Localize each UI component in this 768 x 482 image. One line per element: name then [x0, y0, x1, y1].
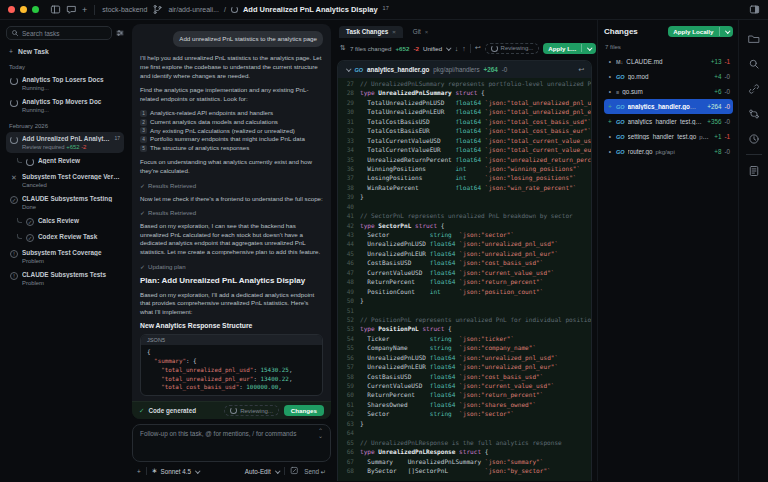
- line-number: 48: [338, 277, 360, 286]
- diff-tabbar: Task Changes×Git×: [337, 23, 592, 38]
- auto-edit-selector[interactable]: Auto-Edit: [245, 468, 279, 475]
- apply-locally-button[interactable]: Apply Locally: [668, 26, 733, 37]
- view-mode-selector[interactable]: Unified: [423, 45, 451, 52]
- task-status: Review required +652 -2: [22, 144, 120, 150]
- assistant-paragraph: Now let me check if there's a frontend t…: [140, 195, 323, 204]
- undo-icon[interactable]: ↩: [475, 44, 481, 52]
- task-item[interactable]: !CLAUDE Subsystems TestsProblem: [6, 268, 124, 289]
- list-item: 4Portfolio summary endpoints that might …: [140, 135, 323, 144]
- diff-file-header[interactable]: GO analytics_handler.go pkg/api/handlers…: [338, 61, 591, 78]
- task-item[interactable]: !Subsystem Test CoverageProblem: [6, 246, 124, 267]
- attach-button[interactable]: +: [137, 468, 141, 475]
- diff-code-line: 58 CostBasisUSD float64 `json:"cost_basi…: [338, 372, 591, 381]
- apply-dropdown[interactable]: [581, 44, 596, 53]
- revert-file-icon[interactable]: ↩: [578, 66, 584, 74]
- changed-file-row[interactable]: •GOrouter.gopkg/api+8-0: [604, 144, 733, 159]
- list-item: 1Analytics-related API endpoints and han…: [140, 109, 323, 118]
- next-change-icon[interactable]: ↓: [455, 45, 459, 52]
- line-number: 38: [338, 183, 360, 192]
- new-task-button[interactable]: + New Task: [6, 40, 124, 57]
- diff-code-line: 36 WinningPositions int `json:"winning_p…: [338, 164, 591, 173]
- line-number: 53: [338, 324, 360, 333]
- line-number: 61: [338, 400, 360, 409]
- minimize-window-button[interactable]: [20, 6, 27, 13]
- changed-file-row[interactable]: +GOanalytics_handler_test.gopkg/api/ha+3…: [604, 114, 733, 129]
- task-item[interactable]: Analytics Top Movers DocRunning...: [6, 95, 124, 116]
- tool-result-row[interactable]: ✓Updating plan: [140, 263, 323, 270]
- line-number: 60: [338, 390, 360, 399]
- code-block-language: JSON5: [141, 335, 322, 345]
- tool-result-row[interactable]: ✓Results Retrieved: [140, 182, 323, 189]
- list-number-badge: 3: [140, 127, 147, 134]
- task-item[interactable]: ✕Subsystem Test Coverage Verific...Cance…: [6, 170, 124, 191]
- task-status: Running...: [22, 107, 120, 113]
- tab-git[interactable]: Git×: [406, 26, 436, 38]
- link-icon[interactable]: [741, 76, 767, 101]
- line-number: 47: [338, 268, 360, 277]
- clock-icon[interactable]: [741, 126, 767, 151]
- check-icon: ✓: [140, 182, 145, 189]
- list-number-badge: 4: [140, 136, 147, 143]
- edit-mode-icon[interactable]: [290, 466, 299, 476]
- chat-scroll-area[interactable]: Add unrealized PnL statistics to the ana…: [132, 24, 331, 401]
- changed-file-row[interactable]: +GOanalytics_handler.gopkg/api/handlers+…: [604, 99, 733, 114]
- prev-change-icon[interactable]: ↑: [462, 45, 466, 52]
- line-number: 58: [338, 372, 360, 381]
- task-item[interactable]: Add Unrealized PnL Analytics ...17Review…: [6, 132, 124, 153]
- go-file-icon: GO: [616, 134, 625, 140]
- task-badge: 17: [114, 135, 120, 141]
- diff-file-card: GO analytics_handler.go pkg/api/handlers…: [337, 60, 592, 481]
- chat-icon[interactable]: [66, 4, 77, 15]
- file-path: pkg/api/handlers: [699, 134, 709, 140]
- compare-icon[interactable]: [741, 101, 767, 126]
- task-item[interactable]: Agent Review: [6, 154, 124, 169]
- line-number: 27: [338, 79, 360, 88]
- diff-code-line: 45 UnrealizedPnLEUR float64 `json:"unrea…: [338, 249, 591, 258]
- model-selector[interactable]: ∗ Sonnet 4.5: [152, 467, 200, 475]
- changes-button[interactable]: Changes: [284, 405, 324, 416]
- followup-input[interactable]: Follow-up on this task, @ for mentions, …: [132, 424, 331, 462]
- diff-code-view[interactable]: 27// UnrealizedPnLSummary represents por…: [338, 78, 591, 481]
- line-number: 28: [338, 88, 360, 97]
- folder-icon[interactable]: [741, 26, 767, 51]
- changed-file-row[interactable]: •GOsettings_handler_test.gopkg/api/handl…: [604, 129, 733, 144]
- search-icon[interactable]: [741, 51, 767, 76]
- diff-code-line: 56 UnrealizedPnLUSD float64 `json:"unrea…: [338, 353, 591, 362]
- close-tab-icon[interactable]: ×: [392, 29, 396, 35]
- changed-file-row[interactable]: •GOgo.mod+4-0: [604, 69, 733, 84]
- expand-input-icon[interactable]: ⌃⌄: [318, 429, 323, 439]
- collapse-all-icon[interactable]: ⇅: [340, 44, 346, 52]
- line-number: 30: [338, 107, 360, 116]
- right-panel-toggle-icon[interactable]: [749, 4, 760, 15]
- line-number: 32: [338, 126, 360, 135]
- notes-icon[interactable]: [741, 158, 767, 183]
- filter-icon[interactable]: [116, 29, 124, 37]
- line-number: 46: [338, 258, 360, 267]
- changes-title: Changes: [604, 27, 638, 36]
- sidebar-toggle-icon[interactable]: [50, 4, 61, 15]
- go-file-icon: GO: [355, 67, 364, 73]
- line-number: 65: [338, 438, 360, 447]
- maximize-window-button[interactable]: [32, 6, 39, 13]
- task-item[interactable]: ✓CLAUDE Subsystems TestingDone: [6, 192, 124, 213]
- close-window-button[interactable]: [8, 6, 15, 13]
- right-icon-rail: [738, 20, 768, 481]
- branch-name[interactable]: air/add-unreali...: [168, 6, 219, 13]
- search-input[interactable]: Search tasks: [6, 26, 112, 40]
- task-label: Subsystem Test Coverage Verific...: [22, 173, 120, 180]
- changed-files-list: •M↓CLAUDE.md+13-1•GOgo.mod+4-0•≡go.sum+6…: [604, 54, 733, 159]
- numbered-list: 1Analytics-related API endpoints and han…: [140, 109, 323, 152]
- close-tab-icon[interactable]: ×: [425, 29, 429, 35]
- task-item[interactable]: ✓Codex Review Task: [6, 230, 124, 245]
- tab-task-changes[interactable]: Task Changes×: [339, 26, 403, 38]
- task-item[interactable]: Analytics Top Losers DocsRunning...: [6, 73, 124, 94]
- new-tab-icon[interactable]: +: [82, 5, 87, 15]
- tool-result-row[interactable]: ✓Results Retrieved: [140, 209, 323, 216]
- task-item[interactable]: ✓Calcs Review: [6, 214, 124, 229]
- apply-button[interactable]: Apply L...: [543, 43, 595, 54]
- changed-file-row[interactable]: •M↓CLAUDE.md+13-1: [604, 54, 733, 69]
- changed-file-row[interactable]: •≡go.sum+6-0: [604, 84, 733, 99]
- project-name[interactable]: stock-backend: [102, 6, 147, 13]
- send-button[interactable]: Send ↵: [304, 468, 326, 475]
- apply-locally-dropdown[interactable]: [719, 27, 734, 36]
